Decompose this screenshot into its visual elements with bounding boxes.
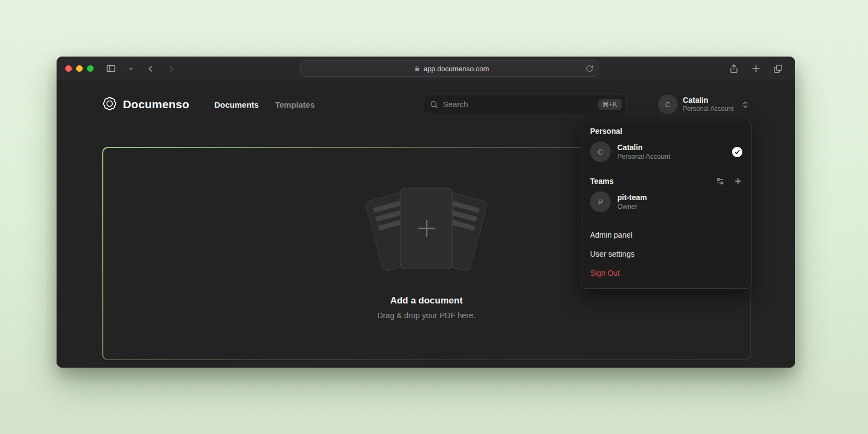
chevrons-up-down-icon [741,101,749,109]
forward-icon [167,64,176,73]
add-team-icon[interactable] [734,177,742,185]
team-avatar: P [590,191,611,212]
url-bar[interactable]: app.documenso.com [300,60,599,77]
browser-window: app.documenso.com [57,57,795,368]
browser-toolbar: app.documenso.com [57,57,795,80]
dropzone-subtitle: Drag & drop your PDF here. [377,311,476,320]
main-nav: Documents Templates [214,100,315,109]
search-shortcut-badge: ⌘+K [598,99,622,110]
personal-section-label: Personal [590,127,622,135]
traffic-lights [65,65,94,72]
document-stack-illustration [363,188,489,279]
toolbar-right-icons [729,64,783,74]
menu-item-admin-panel[interactable]: Admin panel [590,225,742,244]
account-menu-button[interactable]: C Catalin Personal Account [658,95,749,114]
brand-name: Documenso [123,98,189,111]
back-icon[interactable] [146,64,155,73]
menu-item-user-settings[interactable]: User settings [590,244,742,263]
zoom-window-button[interactable] [87,65,94,72]
sidebar-toggle-icon[interactable] [106,63,116,74]
search-icon [430,100,438,109]
menu-item-sign-out[interactable]: Sign Out [590,263,742,282]
share-icon[interactable] [729,64,739,74]
account-name: Catalin [683,96,734,106]
new-tab-icon[interactable] [751,64,761,74]
document-card-center [400,188,453,269]
personal-account-name: Catalin [617,142,726,152]
personal-account-subtitle: Personal Account [617,152,726,161]
search-input[interactable] [443,100,593,109]
documenso-logo-icon [102,96,117,113]
app-content: Documenso Documents Templates ⌘+K C Cata… [57,80,795,368]
brand[interactable]: Documenso [102,96,189,113]
close-window-button[interactable] [65,65,72,72]
lock-icon [414,65,420,72]
personal-account-item[interactable]: C Catalin Personal Account [590,140,742,164]
toolbar-divider [122,64,122,73]
personal-section: Personal C Catalin Personal Account [581,121,751,171]
nav-templates[interactable]: Templates [275,100,315,109]
url-bar-container: app.documenso.com [181,60,719,77]
minimize-window-button[interactable] [76,65,83,72]
account-avatar: C [658,95,678,114]
nav-documents[interactable]: Documents [214,100,259,109]
personal-account-avatar: C [590,141,611,162]
team-item[interactable]: P pit-team Owner [590,190,742,214]
teams-section-label: Teams [590,177,613,185]
team-role: Owner [617,202,742,211]
selected-check-icon [732,147,742,157]
desktop: { "colors": { "page_background": "#deeed… [0,0,868,434]
url-text: app.documenso.com [424,65,489,73]
manage-teams-icon[interactable] [716,177,724,185]
chevron-down-icon[interactable] [128,66,134,72]
reload-icon[interactable] [586,65,593,72]
teams-section: Teams P pit-team Owner [581,171,751,221]
dropzone-title: Add a document [390,295,462,306]
account-dropdown: Personal C Catalin Personal Account Team [581,121,752,289]
tab-overview-icon[interactable] [773,64,783,74]
search-bar[interactable]: ⌘+K [423,95,627,114]
team-name: pit-team [617,193,742,202]
account-subtitle: Personal Account [683,105,734,113]
plus-icon [414,216,438,240]
dropdown-menu-items: Admin panel User settings Sign Out [581,221,751,288]
